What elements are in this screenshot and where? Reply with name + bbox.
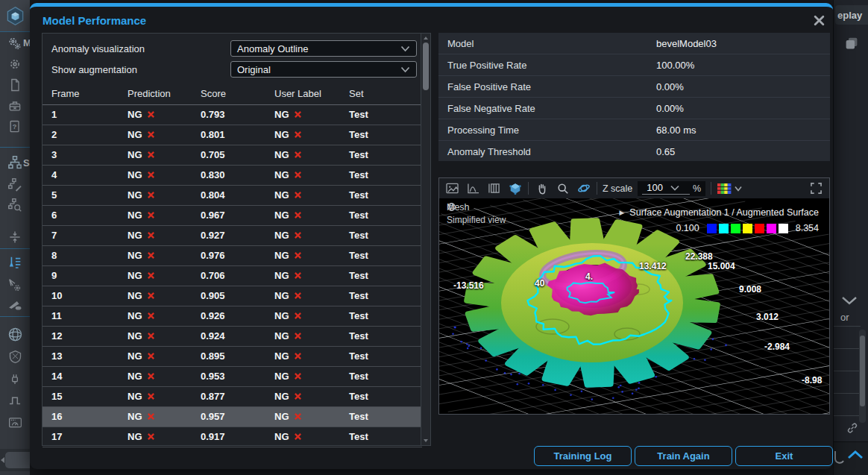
sidebar-item-surface-shield[interactable] [0,347,30,365]
table-row[interactable]: 6 NG 0.967 NG Test [43,206,422,226]
sidebar-item-align[interactable] [0,228,30,246]
table-row[interactable]: 3 NG 0.705 NG Test [43,145,422,166]
table-row[interactable]: 10 NG 0.905 NG Test [43,286,422,306]
sidebar-item-settings[interactable] [0,55,30,73]
app-logo[interactable] [0,0,30,31]
surface-augmentation-tag[interactable]: ▶ Surface Augmentation 1 / Augmented Sur… [619,207,819,218]
rail-scrollbar[interactable] [859,330,866,423]
train-again-button[interactable]: Train Again [635,446,732,466]
table-row[interactable]: 11 NG 0.926 NG Test [43,306,422,327]
collapse-triangle-icon[interactable]: ▶ [619,209,624,216]
rail-divider [834,393,861,394]
table-row[interactable]: 14 NG 0.953 NG Test [43,367,422,387]
intensity-view-button[interactable] [486,181,502,196]
profile-view-button[interactable] [465,181,481,196]
user-label-cell: NG [274,290,302,301]
metric-label: Model [447,38,474,49]
metric-value: 68.00 ms [656,125,696,136]
column-header-set[interactable]: Set [349,88,364,99]
frame-cell: 8 [51,250,57,261]
table-row[interactable]: 9 NG 0.706 NG Test [43,266,422,286]
scroll-left-arrow-icon[interactable] [1,457,4,463]
sidebar-item-sensor-settings[interactable] [0,276,30,294]
ng-cross-icon [294,191,302,199]
frame-cell: 2 [51,129,57,140]
close-icon [814,15,825,26]
sidebar-item-gauge-panel[interactable] [0,413,30,431]
sidebar-divider [0,31,30,32]
button-label: Exit [776,450,793,462]
sidebar-item-step-signal[interactable] [0,391,30,409]
score-cell: 0.967 [201,210,225,221]
table-row[interactable]: 5 NG 0.804 NG Test [43,186,422,206]
sidebar-item-deburr-tool[interactable] [0,295,30,313]
sidebar-item-connector-plug[interactable] [0,370,30,388]
table-scrollbar[interactable] [421,34,430,445]
column-header-prediction[interactable]: Prediction [128,88,171,99]
replay-button-fragment[interactable]: eplay [835,5,868,25]
sidebar-item-mesh-sphere[interactable] [0,325,30,343]
sidebar-item-help[interactable]: ? [0,118,30,136]
image-view-button[interactable] [444,181,460,196]
table-row[interactable]: 7 NG 0.927 NG Test [43,226,422,246]
sidebar-item-files[interactable] [0,76,30,94]
set-cell: Test [349,189,368,201]
table-row[interactable]: 17 NG 0.917 NG Test [43,427,422,447]
table-row[interactable]: 8 NG 0.976 NG Test [43,246,422,266]
scale-max-value: 8.354 [796,223,819,233]
rotate-3d-button[interactable] [576,181,591,196]
sidebar-item-network-search[interactable] [0,196,30,214]
close-button[interactable] [811,13,826,28]
metric-label: Anomaly Threshold [447,146,531,157]
sidebar-item-network-edit[interactable] [0,176,30,194]
surface-shield-icon [7,349,23,365]
chevron-down-icon[interactable] [670,185,679,191]
anomaly-visualization-select[interactable]: Anomaly Outline [230,40,417,57]
set-cell: Test [349,169,368,180]
chevron-up-icon[interactable] [846,448,865,462]
scroll-up-arrow-icon[interactable] [424,37,428,40]
model-metrics-panel: Model bevelModel03 True Positive Rate 10… [438,33,830,161]
column-header-score[interactable]: Score [201,88,226,99]
palette-icon [717,183,742,195]
zoom-button[interactable] [555,181,570,196]
scrollbar-thumb[interactable] [860,336,865,406]
show-augmentation-select[interactable]: Original [230,61,417,78]
fullscreen-button[interactable] [808,181,824,196]
scrollbar-thumb[interactable] [423,43,429,90]
training-log-button[interactable]: Training Log [534,446,632,466]
table-row[interactable]: 4 NG 0.830 NG Test [43,166,422,186]
column-header-user-label[interactable]: User Label [274,88,321,99]
layers-icon[interactable] [844,36,859,51]
axis-label: 4. [585,271,593,282]
mesh-3d-view-button[interactable] [507,181,523,196]
sidebar-horizontal-scrollbar[interactable] [0,449,30,471]
table-row[interactable]: 13 NG 0.895 NG Test [43,347,422,367]
chevron-down-icon[interactable] [840,295,859,306]
column-header-frame[interactable]: Frame [51,88,80,99]
z-scale-input[interactable]: 100 % [638,181,705,196]
table-row[interactable]: 2 NG 0.801 NG Test [43,125,422,145]
toolbar-separator [711,182,711,195]
table-row[interactable]: 15 NG 0.877 NG Test [43,387,422,407]
axis-label: -13.516 [453,280,484,291]
ng-cross-icon [294,412,302,421]
scale-min-value: 0.100 [676,223,699,233]
exit-button[interactable]: Exit [735,446,833,466]
pan-button[interactable] [534,181,550,196]
scrollbar-thumb[interactable] [5,452,30,468]
link-icon[interactable] [846,421,859,435]
table-row[interactable]: 1 NG 0.793 NG Test [43,105,422,125]
table-row[interactable]: 12 NG 0.924 NG Test [43,327,422,347]
palette-button[interactable] [717,181,742,196]
rotate-3d-icon [577,182,591,195]
table-row[interactable]: 16 NG 0.957 NG Test [43,407,422,427]
sidebar-item-toolbox[interactable] [0,97,30,115]
frame-cell: 6 [51,210,57,221]
button-label: Training Log [554,450,612,462]
viewer-scene[interactable]: Mesh Simplified view ▶ Surface Augmentat… [439,198,829,414]
z-scale-value[interactable]: 100 [647,182,663,193]
ng-cross-icon [294,292,302,300]
sidebar-item-tool-inspect[interactable] [0,254,30,272]
scroll-down-arrow-icon[interactable] [424,439,428,442]
